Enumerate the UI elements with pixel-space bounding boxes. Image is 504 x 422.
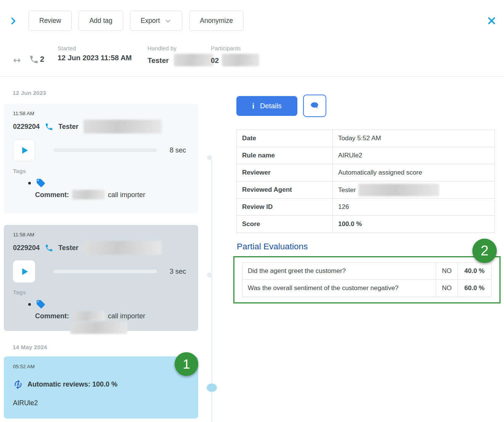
expand-panel-icon[interactable] bbox=[9, 17, 18, 25]
row-label: Reviewed Agent bbox=[237, 181, 333, 199]
call-duration: 3 sec bbox=[170, 268, 186, 276]
redacted-text bbox=[72, 311, 105, 321]
evaluation-score: 60.0 % bbox=[458, 280, 491, 297]
audio-seek-bar[interactable] bbox=[53, 270, 157, 273]
row-value: AIRUle2 bbox=[333, 147, 495, 164]
row-value: Automatically assigned score bbox=[333, 164, 495, 181]
anonymize-button[interactable]: Anonymize bbox=[189, 11, 244, 31]
call-card-2-selected[interactable]: 11:58 AM 0229204 Tester 3 sec Tags bbox=[4, 225, 198, 331]
automatic-review-title: Automatic reviews: 100.0 % bbox=[27, 380, 117, 388]
meta-started-label: Started bbox=[58, 45, 132, 51]
evaluation-score: 40.0 % bbox=[458, 263, 491, 280]
agent-name: Tester bbox=[58, 123, 79, 131]
meta-started-value: 12 Jun 2023 11:58 AM bbox=[58, 54, 132, 62]
info-icon: i bbox=[252, 102, 254, 111]
callout-badge-1: 1 bbox=[175, 352, 198, 376]
export-button-label: Export bbox=[141, 17, 160, 25]
table-row: Rule name AIRUle2 bbox=[237, 147, 495, 164]
redacted-text bbox=[83, 120, 162, 133]
table-row: Did the agent greet the customer? NO 40.… bbox=[242, 263, 491, 280]
row-label: Rule name bbox=[237, 147, 333, 164]
timeline-line bbox=[211, 160, 212, 422]
list-bullet bbox=[28, 303, 31, 306]
details-button[interactable]: i Details bbox=[236, 96, 297, 116]
call-review-window: Review Add tag Export Anonymize 2 Starte… bbox=[0, 0, 504, 422]
table-row: Reviewer Automatically assigned score bbox=[237, 164, 495, 181]
evaluation-question: Did the agent greet the customer? bbox=[242, 263, 436, 280]
date-group-label: 14 May 2024 bbox=[13, 344, 47, 351]
evaluation-answer: NO bbox=[436, 263, 458, 280]
phone-icon bbox=[45, 122, 53, 131]
timeline-node bbox=[207, 273, 212, 278]
meta-handled-value: Tester bbox=[148, 54, 213, 66]
meta-participants: Participants 02 bbox=[211, 45, 259, 66]
row-label: Reviewer bbox=[237, 164, 333, 181]
row-label: Review ID bbox=[237, 199, 333, 216]
play-button[interactable] bbox=[13, 260, 35, 282]
row-label: Date bbox=[237, 130, 333, 147]
review-details-table: Date Today 5:52 AM Rule name AIRUle2 Rev… bbox=[236, 130, 495, 233]
review-time: 05:52 AM bbox=[13, 364, 189, 369]
table-row: Reviewed Agent Tester bbox=[237, 181, 495, 199]
row-value: Tester bbox=[333, 181, 495, 199]
list-bullet bbox=[28, 182, 31, 185]
add-tag-button[interactable]: Add tag bbox=[79, 11, 123, 31]
partial-evaluations-title: Partial Evaluations bbox=[237, 242, 308, 252]
automatic-review-icon: A bbox=[13, 379, 23, 390]
comment-button[interactable] bbox=[303, 95, 326, 117]
tags-label: Tags bbox=[13, 289, 189, 295]
review-button[interactable]: Review bbox=[29, 11, 72, 31]
call-time: 11:58 AM bbox=[13, 111, 189, 116]
chat-bubble-icon bbox=[310, 101, 320, 111]
redacted-text bbox=[174, 54, 213, 66]
tag-comment: Comment: call importer bbox=[13, 311, 189, 321]
row-value: 126 bbox=[333, 199, 495, 216]
redacted-text bbox=[83, 241, 162, 255]
date-group-label: 12 Jun 2023 bbox=[13, 90, 46, 96]
partial-evaluations-table: Did the agent greet the customer? NO 40.… bbox=[242, 262, 491, 297]
redacted-text bbox=[358, 184, 439, 196]
phone-icon bbox=[29, 55, 39, 64]
play-button[interactable] bbox=[13, 139, 35, 161]
callout-badge-2: 2 bbox=[472, 239, 497, 263]
call-time: 11:58 AM bbox=[13, 232, 189, 237]
main-content: 12 Jun 2023 11:58 AM 0229204 Tester 8 bbox=[0, 77, 504, 422]
details-button-label: Details bbox=[260, 102, 282, 110]
chevron-down-icon bbox=[164, 18, 172, 25]
evaluation-answer: NO bbox=[436, 280, 458, 297]
table-row: Score 100.0 % bbox=[237, 216, 495, 233]
svg-text:A: A bbox=[17, 382, 20, 387]
meta-participants-label: Participants bbox=[211, 45, 259, 51]
meta-handled-by: Handled by Tester bbox=[148, 45, 213, 66]
timeline-node-active bbox=[207, 383, 217, 392]
table-row: Was the overall sentiment of the custome… bbox=[242, 280, 491, 297]
play-icon bbox=[20, 146, 29, 155]
timeline-node bbox=[207, 155, 212, 160]
swap-horizontal-icon bbox=[12, 56, 22, 65]
tags-label: Tags bbox=[13, 168, 189, 174]
table-row: Date Today 5:52 AM bbox=[237, 130, 495, 147]
table-row: Review ID 126 bbox=[237, 199, 495, 216]
tag-icon bbox=[36, 178, 46, 188]
automatic-review-card[interactable]: 05:52 AM A Automatic reviews: 100.0 % AI… bbox=[4, 356, 198, 419]
play-icon bbox=[20, 267, 29, 276]
meta-handled-label: Handled by bbox=[148, 45, 213, 51]
export-button[interactable]: Export bbox=[130, 11, 183, 31]
rule-name: AIRUle2 bbox=[13, 399, 189, 407]
audio-seek-bar[interactable] bbox=[53, 148, 157, 152]
redacted-text bbox=[70, 322, 127, 334]
call-card-1[interactable]: 11:58 AM 0229204 Tester 8 sec Tags bbox=[4, 104, 198, 213]
tag-comment: Comment: call importer bbox=[13, 190, 189, 199]
row-value: 100.0 % bbox=[333, 216, 495, 233]
redacted-text bbox=[72, 190, 105, 199]
meta-participants-value: 02 bbox=[211, 54, 259, 66]
phone-icon bbox=[45, 244, 53, 252]
call-count: 2 bbox=[40, 55, 44, 64]
toolbar: Review Add tag Export Anonymize bbox=[29, 11, 244, 31]
row-label: Score bbox=[237, 216, 333, 233]
close-icon[interactable] bbox=[487, 16, 496, 26]
row-value: Today 5:52 AM bbox=[333, 130, 495, 147]
tag-icon bbox=[36, 299, 46, 309]
partial-evaluations-highlight-box: Did the agent greet the customer? NO 40.… bbox=[233, 256, 501, 303]
agent-name: Tester bbox=[58, 244, 79, 252]
